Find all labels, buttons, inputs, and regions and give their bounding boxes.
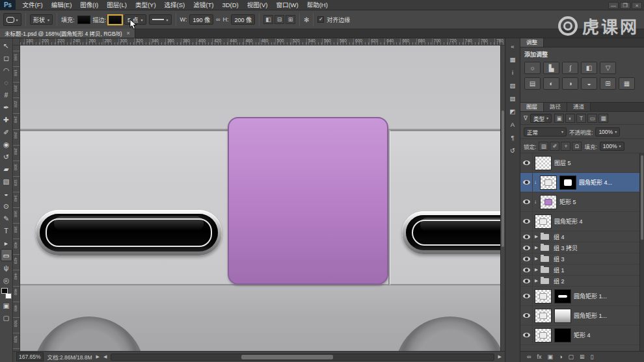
visibility-toggle[interactable]	[520, 173, 533, 192]
layer-row[interactable]: 圆角矩形 1...	[520, 287, 644, 306]
lock-all-icon[interactable]: Ω	[572, 142, 582, 151]
tab-adjustments[interactable]: 调整	[520, 38, 544, 47]
foreground-color-swatch[interactable]	[1, 288, 8, 294]
filter-smart-icon[interactable]: ▦	[598, 114, 608, 123]
black-white-icon[interactable]: ◑	[562, 77, 578, 90]
layer-thumbnail[interactable]	[535, 214, 552, 229]
layer-thumbnail[interactable]	[540, 195, 557, 209]
tool-mode-select[interactable]: 形状 ▾	[30, 14, 53, 25]
gradient-tool[interactable]: ▧	[1, 175, 12, 187]
path-operations-icon[interactable]: ◧	[263, 15, 273, 24]
tab-paths[interactable]: 路径	[544, 103, 567, 111]
layer-row[interactable]: 圆角矩形 1...	[520, 306, 644, 326]
layer-thumbnail[interactable]	[535, 309, 552, 323]
visibility-toggle[interactable]	[520, 306, 533, 325]
new-group-icon[interactable]: ▢	[568, 354, 574, 360]
background-color-swatch[interactable]	[5, 293, 12, 299]
collapse-panels-icon[interactable]: «	[506, 41, 519, 51]
scroll-right-icon[interactable]: ▶	[498, 354, 502, 359]
scrollbar-thumb[interactable]	[502, 110, 504, 247]
visibility-toggle[interactable]	[520, 265, 533, 275]
close-button[interactable]: ×	[632, 2, 642, 9]
brush-tool[interactable]: ✐	[1, 125, 12, 138]
visibility-toggle[interactable]	[520, 253, 533, 264]
layer-mask-thumbnail[interactable]	[559, 175, 576, 190]
marquee-tool[interactable]: ◻	[1, 51, 12, 64]
paragraph-icon[interactable]: ¶	[506, 132, 519, 142]
filter-type-icon[interactable]: T	[576, 114, 586, 123]
color-balance-icon[interactable]: ◐	[543, 77, 559, 90]
layer-row[interactable]: 矩形 4	[520, 326, 644, 345]
restore-button[interactable]: ❐	[620, 2, 630, 9]
levels-icon[interactable]: ▙	[543, 62, 559, 74]
link-layers-icon[interactable]: ∞	[527, 354, 531, 360]
stroke-type-select[interactable]: ▾	[149, 14, 172, 25]
menu-item-layer[interactable]: 图层(L)	[103, 0, 131, 10]
expand-triangle-icon[interactable]: ▶	[533, 278, 540, 283]
vibrance-icon[interactable]: ▽	[600, 62, 616, 74]
menu-item-help[interactable]: 帮助(H)	[302, 0, 332, 10]
color-swatches[interactable]	[1, 288, 12, 299]
visibility-toggle[interactable]	[520, 287, 533, 305]
visibility-toggle[interactable]	[520, 192, 533, 211]
blur-tool[interactable]: ◒	[1, 187, 12, 200]
layer-effects-icon[interactable]: fx	[537, 354, 541, 360]
color-icon[interactable]: ▧	[506, 80, 519, 90]
zoom-level[interactable]: 167.65%	[16, 352, 44, 361]
add-mask-icon[interactable]: ▣	[547, 354, 553, 360]
menu-item-type[interactable]: 类型(Y)	[131, 0, 160, 10]
vertical-ruler[interactable]: 1601802002202402602803003203403603804004…	[13, 45, 20, 351]
close-tab-icon[interactable]: ×	[127, 30, 130, 36]
opacity-input[interactable]: 100% ▾	[595, 127, 620, 136]
scroll-left-icon[interactable]: ◀	[103, 354, 107, 359]
shape-tool[interactable]: ▭	[1, 249, 12, 261]
layers-scrollbar[interactable]	[639, 153, 644, 351]
menu-item-edit[interactable]: 编辑(E)	[47, 0, 76, 10]
layer-mask-thumbnail[interactable]	[554, 328, 571, 343]
history-icon[interactable]: ↺	[506, 145, 519, 155]
stroke-swatch[interactable]	[109, 16, 122, 24]
channel-mixer-icon[interactable]: ⊞	[600, 77, 616, 90]
menu-item-view[interactable]: 视图(V)	[243, 0, 272, 10]
horizontal-ruler[interactable]: 1802002202402602803003203403603804004204…	[20, 38, 505, 45]
pen-tool[interactable]: ✎	[1, 212, 12, 224]
filter-pixel-icon[interactable]: ▣	[554, 114, 564, 123]
menu-item-3d[interactable]: 3D(D)	[218, 0, 243, 10]
expand-triangle-icon[interactable]: ▶	[533, 267, 540, 272]
layer-thumbnail[interactable]	[535, 328, 552, 343]
canvas[interactable]	[20, 45, 505, 351]
visibility-toggle[interactable]	[520, 231, 533, 242]
color-lookup-icon[interactable]: ▦	[619, 77, 635, 90]
layer-row[interactable]: 图层 5	[520, 153, 644, 173]
layer-row[interactable]: ↓圆角矩形 4...	[520, 173, 644, 192]
brightness-contrast-icon[interactable]: ☼	[524, 62, 541, 74]
exposure-icon[interactable]: ◧	[581, 62, 597, 74]
zoom-tool[interactable]: ◎	[1, 274, 12, 286]
link-dimensions-icon[interactable]: ∞	[216, 16, 220, 23]
lock-transparent-icon[interactable]: ▨	[539, 142, 548, 151]
new-layer-icon[interactable]: ⊞	[580, 354, 585, 360]
fill-opacity-input[interactable]: 100% ▾	[600, 142, 624, 151]
lasso-tool[interactable]: ◠	[1, 64, 12, 76]
path-alignment-icon[interactable]: ⊟	[275, 15, 284, 24]
hue-saturation-icon[interactable]: ▤	[524, 77, 541, 90]
lock-position-icon[interactable]: +	[561, 142, 570, 151]
blend-mode-select[interactable]: 正常 ▾	[524, 127, 567, 136]
filter-adjustment-icon[interactable]: ◐	[565, 114, 575, 123]
quick-mask-icon[interactable]: ▣	[1, 299, 12, 311]
move-tool[interactable]: ↖	[1, 39, 12, 51]
layer-thumbnail[interactable]	[535, 289, 552, 304]
status-menu-arrow[interactable]: ▶	[96, 354, 100, 359]
layer-thumbnail[interactable]	[540, 175, 557, 190]
minimize-button[interactable]: —	[608, 2, 619, 9]
align-edges-checkbox[interactable]: ✓	[317, 16, 324, 23]
tab-layers[interactable]: 图层	[520, 103, 544, 111]
info-icon[interactable]: i	[506, 67, 519, 77]
visibility-toggle[interactable]	[520, 276, 533, 286]
layer-mask-thumbnail[interactable]	[554, 309, 571, 323]
type-tool[interactable]: T	[1, 224, 12, 237]
tool-preset-button[interactable]: ▾	[3, 13, 21, 26]
menu-item-window[interactable]: 窗口(W)	[272, 0, 302, 10]
layer-row[interactable]: ▶组 2	[520, 276, 644, 287]
canvas-horizontal-scrollbar[interactable]	[111, 354, 494, 361]
